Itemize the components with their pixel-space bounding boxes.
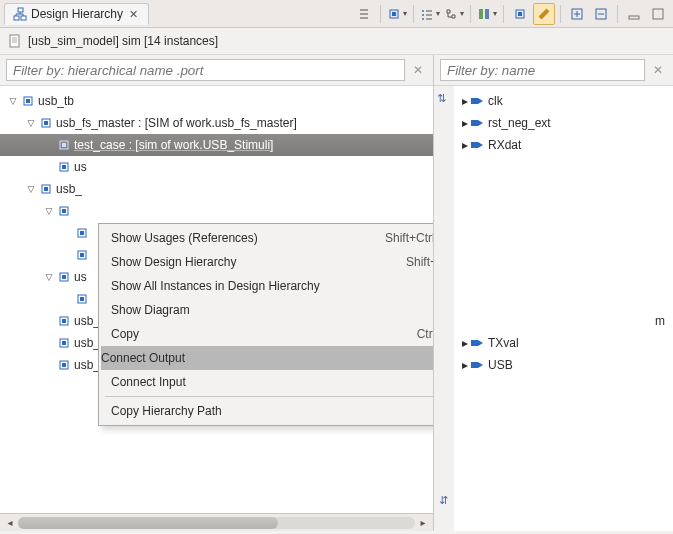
expand-button[interactable] <box>566 3 588 25</box>
chip-dropdown-button[interactable] <box>386 3 408 25</box>
tree-node-selected[interactable]: ▽ test_case : [sim of work.USB_Stimuli] <box>0 134 433 156</box>
tree-node[interactable]: ▽ us <box>0 156 433 178</box>
menu-copy-hierarchy-path[interactable]: Copy Hierarchy Path <box>101 399 433 423</box>
signal-row[interactable]: ▸ RXdat <box>454 134 673 156</box>
tree-label: usb_tb <box>38 94 80 108</box>
expander-icon[interactable]: ▸ <box>460 358 470 372</box>
expander-icon[interactable]: ▽ <box>24 184 38 194</box>
chip-icon <box>57 358 71 372</box>
signal-toolbar: ⇅ ⇵ <box>434 86 454 531</box>
svg-rect-40 <box>62 341 66 345</box>
svg-rect-4 <box>392 12 396 16</box>
highlight-button[interactable] <box>533 3 555 25</box>
svg-rect-26 <box>44 187 48 191</box>
svg-point-5 <box>422 10 424 12</box>
port-icon <box>470 138 484 152</box>
chip-button[interactable] <box>509 3 531 25</box>
scroll-track[interactable] <box>18 517 415 529</box>
columns-dropdown-button[interactable] <box>476 3 498 25</box>
menu-connect-output[interactable]: Connect Output <box>101 346 433 370</box>
sort-desc-button[interactable]: ⇵ <box>439 494 453 508</box>
svg-rect-8 <box>479 9 483 19</box>
chip-icon <box>57 336 71 350</box>
expander-icon[interactable]: ▽ <box>42 272 56 282</box>
tab-bar: Design Hierarchy ✕ <box>0 0 673 28</box>
expander-icon[interactable]: ▸ <box>460 116 470 130</box>
menu-label: Copy Hierarchy Path <box>111 404 222 418</box>
menu-copy[interactable]: Copy Ctrl+C <box>101 322 433 346</box>
expander-icon[interactable]: ▸ <box>460 94 470 108</box>
signal-label-tail: m <box>655 314 665 328</box>
svg-rect-44 <box>471 120 478 126</box>
maximize-view-button[interactable] <box>647 3 669 25</box>
svg-rect-47 <box>471 362 478 368</box>
svg-rect-11 <box>518 12 522 16</box>
menu-shortcut: Shift+F4 <box>406 255 433 269</box>
filter-clear-icon[interactable]: ✕ <box>409 61 427 79</box>
tree-node[interactable]: ▽ usb_fs_master : [SIM of work.usb_fs_ma… <box>0 112 433 134</box>
menu-show-design-hierarchy[interactable]: Show Design Hierarchy Shift+F4 <box>101 250 433 274</box>
signal-row[interactable]: ▸ clk <box>454 90 673 112</box>
scroll-right-icon[interactable]: ▸ <box>415 517 431 528</box>
signal-row[interactable]: ▸ rst_neg_ext <box>454 112 673 134</box>
signal-filter-input[interactable] <box>440 59 645 81</box>
svg-rect-22 <box>62 143 66 147</box>
collapse-all-button[interactable] <box>353 3 375 25</box>
tab-design-hierarchy[interactable]: Design Hierarchy ✕ <box>4 3 149 25</box>
filter-clear-icon[interactable]: ✕ <box>649 61 667 79</box>
separator <box>470 5 471 23</box>
separator <box>560 5 561 23</box>
svg-rect-46 <box>471 340 478 346</box>
signal-row[interactable]: m <box>454 310 673 332</box>
tab-title: Design Hierarchy <box>31 7 123 21</box>
separator <box>503 5 504 23</box>
menu-connect-input[interactable]: Connect Input <box>101 370 433 394</box>
breadcrumb-text: [usb_sim_model] sim [14 instances] <box>28 34 218 48</box>
menu-show-usages[interactable]: Show Usages (References) Shift+Ctrl+G <box>101 226 433 250</box>
menu-label: Show Diagram <box>111 303 190 317</box>
menu-show-diagram[interactable]: Show Diagram <box>101 298 433 322</box>
tree-node[interactable]: ▽ <box>0 200 433 222</box>
svg-rect-36 <box>80 297 84 301</box>
expander-icon[interactable]: ▸ <box>460 138 470 152</box>
port-icon <box>470 94 484 108</box>
horizontal-scrollbar[interactable]: ◂ ▸ <box>0 513 433 531</box>
hierarchy-filter-input[interactable] <box>6 59 405 81</box>
port-icon <box>470 336 484 350</box>
tab-close-icon[interactable]: ✕ <box>127 8 140 21</box>
menu-show-all-instances[interactable]: Show All Instances in Design Hierarchy <box>101 274 433 298</box>
scroll-thumb[interactable] <box>18 517 278 529</box>
svg-point-7 <box>422 18 424 20</box>
svg-rect-45 <box>471 142 478 148</box>
svg-rect-16 <box>10 35 19 47</box>
list-dropdown-button[interactable] <box>419 3 441 25</box>
collapse-button[interactable] <box>590 3 612 25</box>
minimize-view-button[interactable] <box>623 3 645 25</box>
signal-row[interactable]: ▸ USB <box>454 354 673 376</box>
chip-icon <box>57 160 71 174</box>
tree-node-root[interactable]: ▽ usb_tb <box>0 90 433 112</box>
signal-label: TXval <box>488 336 519 350</box>
right-filter-row: ✕ <box>434 55 673 86</box>
chip-icon <box>21 94 35 108</box>
svg-rect-18 <box>26 99 30 103</box>
scroll-left-icon[interactable]: ◂ <box>2 517 18 528</box>
menu-shortcut: Shift+Ctrl+G <box>385 231 433 245</box>
signal-label: RXdat <box>488 138 521 152</box>
tree-label: test_case : [sim of work.USB_Stimuli] <box>74 138 279 152</box>
tree-node[interactable]: ▽ usb_ <box>0 178 433 200</box>
expander-icon[interactable]: ▸ <box>460 336 470 350</box>
svg-rect-30 <box>80 231 84 235</box>
expander-icon[interactable]: ▽ <box>24 118 38 128</box>
separator <box>380 5 381 23</box>
left-filter-row: ✕ <box>0 55 433 86</box>
expander-icon[interactable]: ▽ <box>42 206 56 216</box>
port-icon <box>470 358 484 372</box>
svg-rect-32 <box>80 253 84 257</box>
signal-list: ▸ clk ▸ rst_neg_ext ▸ RXdat <box>454 86 673 531</box>
sort-asc-button[interactable]: ⇅ <box>437 92 451 106</box>
menu-label: Connect Input <box>111 375 186 389</box>
expander-icon[interactable]: ▽ <box>6 96 20 106</box>
signal-row[interactable]: ▸ TXval <box>454 332 673 354</box>
tree-dropdown-button[interactable] <box>443 3 465 25</box>
